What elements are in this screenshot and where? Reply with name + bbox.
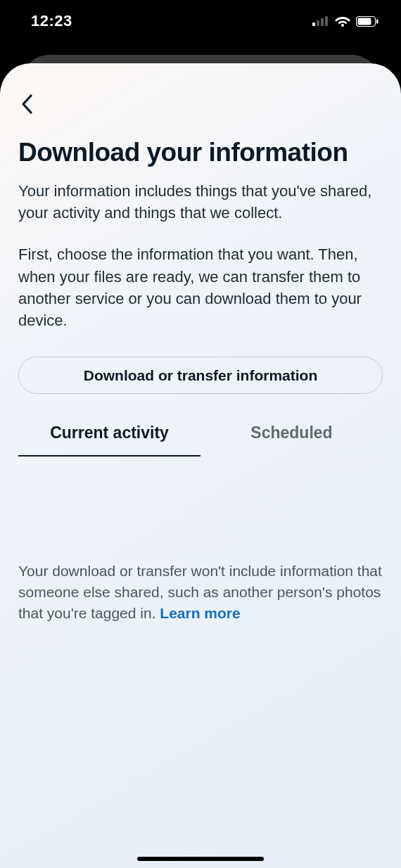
- status-time: 12:23: [31, 12, 72, 30]
- svg-rect-7: [376, 19, 378, 23]
- svg-rect-0: [312, 23, 315, 26]
- cellular-icon: [312, 16, 329, 26]
- wifi-icon: [335, 15, 350, 27]
- svg-rect-3: [325, 16, 328, 26]
- footer-note: Your download or transfer won't include …: [18, 561, 383, 623]
- main-sheet: Download your information Your informati…: [0, 63, 401, 868]
- learn-more-link[interactable]: Learn more: [160, 605, 240, 621]
- svg-rect-6: [358, 18, 371, 25]
- page-title: Download your information: [18, 138, 383, 167]
- home-indicator[interactable]: [137, 857, 264, 861]
- status-bar: 12:23: [0, 0, 401, 42]
- download-transfer-button[interactable]: Download or transfer information: [18, 357, 383, 394]
- svg-rect-2: [321, 18, 324, 26]
- tabs: Current activity Scheduled: [18, 416, 383, 457]
- svg-point-4: [341, 24, 344, 27]
- device-frame: 12:23: [0, 0, 401, 868]
- intro-paragraph-1: Your information includes things that yo…: [18, 180, 383, 224]
- intro-paragraph-2: First, choose the information that you w…: [18, 243, 383, 331]
- svg-rect-1: [317, 20, 319, 26]
- back-button[interactable]: [21, 91, 49, 120]
- tab-scheduled[interactable]: Scheduled: [200, 416, 383, 457]
- status-icons: [312, 15, 378, 27]
- chevron-left-icon: [21, 94, 32, 117]
- battery-icon: [356, 16, 378, 27]
- tab-current-activity[interactable]: Current activity: [18, 416, 200, 457]
